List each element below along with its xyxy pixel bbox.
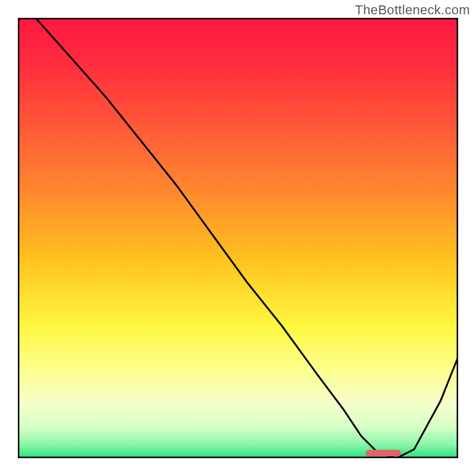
plot-area bbox=[18, 18, 458, 458]
chart-root: TheBottleneck.com bbox=[0, 0, 476, 476]
gradient-background bbox=[18, 18, 458, 458]
optimal-range-marker bbox=[366, 450, 401, 456]
plot-svg bbox=[18, 18, 458, 458]
attribution-text: TheBottleneck.com bbox=[355, 2, 470, 18]
